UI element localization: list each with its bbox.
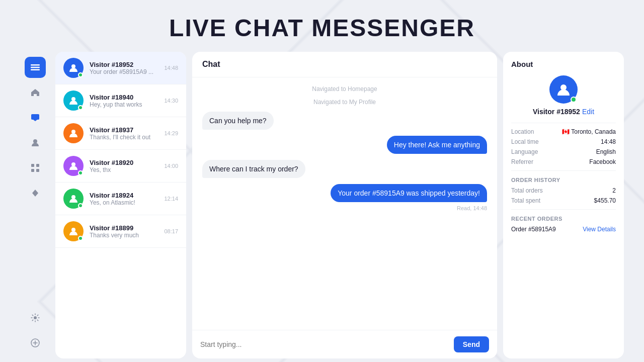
localtime-label: Local time [511, 138, 539, 145]
total-orders-value: 2 [612, 187, 616, 194]
total-orders-row: Total orders 2 [511, 187, 616, 194]
svg-rect-3 [31, 114, 39, 120]
conv-info-18952: Visitor #18952 Your order #58915A9 ... [90, 61, 158, 75]
conv-time-18899: 08:17 [164, 228, 178, 234]
conv-time-18952: 14:48 [164, 65, 178, 71]
msg-read-time: Read, 14:48 [202, 205, 487, 211]
svg-rect-7 [31, 169, 34, 172]
conv-time-18937: 14:29 [164, 130, 178, 136]
avatar-18899 [63, 221, 84, 241]
view-details-link[interactable]: View Details [583, 226, 616, 233]
conv-info-18940: Visitor #18940 Hey, yup that works [90, 94, 158, 108]
msg-outgoing-2: Your order #58915A9 was shipped yesterda… [331, 184, 487, 202]
sidebar-icon-chat[interactable] [25, 107, 46, 128]
svg-rect-6 [36, 164, 39, 167]
about-avatar [549, 75, 578, 104]
about-localtime-row: Local time 14:48 [511, 138, 616, 145]
page-title: LIVE CHAT MESSENGER [0, 0, 644, 52]
chat-messages: Navigated to Homepage Navigated to My Pr… [192, 77, 497, 330]
chat-header: Chat [192, 52, 497, 77]
conv-item-18937[interactable]: Visitor #18937 Thanks, I'll check it out… [55, 117, 186, 150]
about-divider-3 [511, 209, 616, 210]
conv-time-18920: 14:00 [164, 163, 178, 169]
svg-rect-2 [31, 69, 40, 71]
chat-input-area: Send [192, 330, 497, 358]
conv-item-18920[interactable]: Visitor #18920 Yes, thx 14:00 [55, 150, 186, 183]
conv-item-18899[interactable]: Visitor #18899 Thanks very much 08:17 [55, 215, 186, 248]
about-divider-2 [511, 170, 616, 171]
conv-preview-18940: Hey, yup that works [90, 101, 158, 108]
msg-outgoing-1: Hey there! Ask me anything [387, 136, 487, 154]
conv-item-18924[interactable]: Visitor #18924 Yes, on Atlasmic! 12:14 [55, 183, 186, 215]
conv-preview-18924: Yes, on Atlasmic! [90, 199, 158, 206]
conv-preview-18899: Thanks very much [90, 232, 158, 239]
conv-info-18924: Visitor #18924 Yes, on Atlasmic! [90, 192, 158, 206]
sidebar-icon-add[interactable] [25, 332, 46, 353]
order-id: Order #58915A9 [511, 226, 556, 233]
conv-preview-18937: Thanks, I'll check it out [90, 134, 158, 141]
svg-point-11 [71, 64, 75, 68]
conv-name-18920: Visitor #18920 [90, 159, 158, 166]
sidebar-icon-settings[interactable] [25, 307, 46, 328]
svg-point-12 [71, 97, 75, 101]
conv-name-18924: Visitor #18924 [90, 192, 158, 199]
referrer-value: Facebook [589, 158, 616, 165]
localtime-value: 14:48 [601, 138, 616, 145]
svg-point-4 [33, 139, 37, 143]
about-name: Visitor #18952Edit [533, 108, 594, 116]
svg-point-9 [34, 316, 37, 319]
sidebar-icon-contacts[interactable] [25, 132, 46, 153]
sidebar-icon-apps[interactable] [25, 157, 46, 178]
chat-input[interactable] [200, 340, 449, 348]
svg-point-14 [71, 162, 75, 166]
online-dot-18920 [78, 170, 83, 175]
language-value: English [596, 148, 616, 155]
sidebar-icon-bars[interactable] [25, 57, 46, 78]
about-divider-1 [511, 123, 616, 123]
conv-time-18924: 12:14 [164, 196, 178, 202]
send-button[interactable]: Send [454, 336, 489, 352]
conv-name-18899: Visitor #18899 [90, 224, 158, 232]
total-spent-label: Total spent [511, 197, 540, 204]
online-dot-18924 [78, 203, 83, 208]
total-orders-label: Total orders [511, 187, 543, 194]
sidebar-icon-home[interactable] [25, 82, 46, 103]
avatar-18920 [63, 156, 84, 176]
recent-order-row: Order #58915A9 View Details [511, 226, 616, 233]
svg-rect-8 [36, 169, 39, 172]
svg-point-13 [71, 130, 75, 134]
online-dot-18952 [78, 72, 83, 77]
about-language-row: Language English [511, 148, 616, 155]
online-dot-18940 [78, 105, 83, 110]
conv-info-18937: Visitor #18937 Thanks, I'll check it out [90, 126, 158, 141]
avatar-18952 [63, 58, 84, 78]
about-location-row: Location 🇨🇦 Toronto, Canada [511, 128, 616, 135]
sidebar [20, 52, 50, 358]
online-dot-18899 [78, 236, 83, 241]
conversations-panel: Visitor #18952 Your order #58915A9 ... 1… [55, 52, 186, 358]
svg-point-15 [71, 195, 75, 199]
conv-name-18937: Visitor #18937 [90, 126, 158, 134]
total-spent-value: $455.70 [594, 197, 616, 204]
avatar-18924 [63, 189, 84, 209]
conv-item-18952[interactable]: Visitor #18952 Your order #58915A9 ... 1… [55, 52, 186, 84]
language-label: Language [511, 148, 538, 155]
location-label: Location [511, 128, 534, 135]
referrer-label: Referrer [511, 158, 533, 165]
about-online-dot [571, 97, 577, 103]
location-value: 🇨🇦 Toronto, Canada [562, 128, 616, 135]
svg-point-16 [71, 228, 75, 232]
about-avatar-section: Visitor #18952Edit [511, 75, 616, 116]
svg-rect-5 [31, 164, 34, 167]
about-panel: About Visitor #18952Edit Location 🇨🇦 Tor… [503, 52, 624, 358]
svg-rect-1 [31, 67, 40, 68]
conv-item-18940[interactable]: Visitor #18940 Hey, yup that works 14:30 [55, 84, 186, 117]
conv-preview-18920: Yes, thx [90, 166, 158, 173]
system-msg-2: Navigated to My Profile [202, 99, 487, 106]
conv-info-18920: Visitor #18920 Yes, thx [90, 159, 158, 173]
sidebar-icon-deals[interactable] [25, 183, 46, 204]
about-header: About [511, 60, 616, 68]
svg-rect-0 [31, 64, 40, 66]
edit-link[interactable]: Edit [582, 108, 594, 116]
avatar-18940 [63, 90, 84, 111]
